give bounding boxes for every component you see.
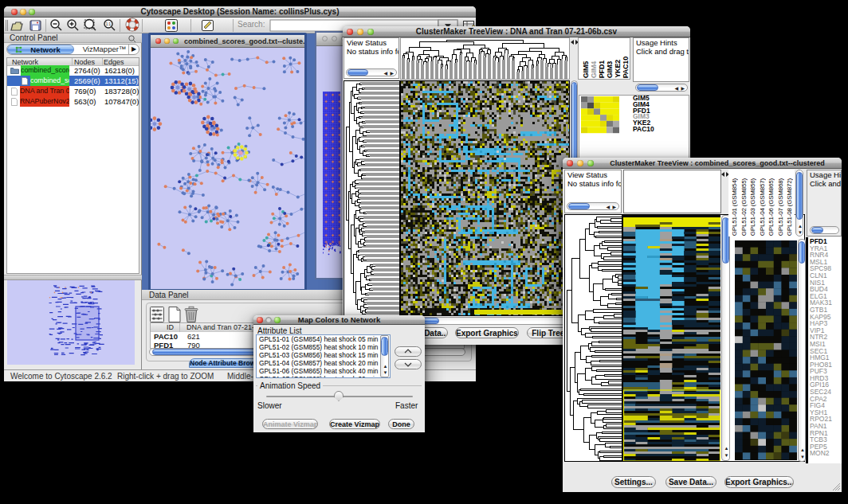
- svg-text:Search:: Search:: [238, 20, 265, 29]
- svg-text:1:1: 1:1: [106, 22, 112, 26]
